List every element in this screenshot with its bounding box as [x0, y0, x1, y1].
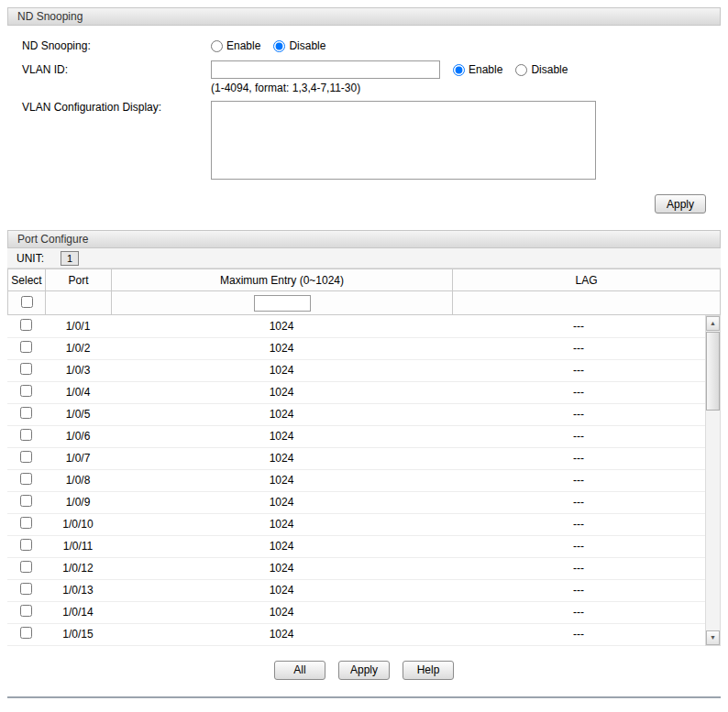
column-header-lag: LAG [453, 269, 721, 291]
nd-snooping-row: ND Snooping: Enable Disable [7, 37, 721, 55]
scrollbar-up-icon[interactable]: ▲ [706, 316, 720, 331]
lag-cell: --- [452, 381, 705, 403]
row-select-checkbox[interactable] [20, 319, 32, 331]
vlan-id-row: VLAN ID: Enable Disable [7, 60, 721, 79]
help-button[interactable]: Help [403, 661, 454, 680]
filter-row [8, 291, 721, 315]
max-entry-cell: 1024 [111, 601, 452, 623]
table-row: 1/0/2 1024 --- [7, 337, 705, 359]
lag-cell: --- [452, 535, 705, 557]
row-select-checkbox[interactable] [20, 539, 32, 551]
lag-cell: --- [452, 491, 705, 513]
table-row: 1/0/9 1024 --- [7, 491, 705, 513]
table-row: 1/0/6 1024 --- [7, 425, 705, 447]
port-configure-section-header: Port Configure [7, 230, 721, 248]
port-table-body-wrap: 1/0/1 1024 --- 1/0/2 1024 --- 1/0/3 1024… [7, 315, 721, 646]
max-entry-filter-input[interactable] [254, 295, 311, 312]
row-select-checkbox[interactable] [20, 583, 32, 595]
filter-lag-cell [453, 291, 721, 315]
vlan-config-display-row: VLAN Configuration Display: [7, 101, 721, 180]
lag-cell: --- [452, 425, 705, 447]
table-row: 1/0/12 1024 --- [7, 557, 705, 579]
row-select-checkbox[interactable] [20, 385, 32, 397]
page: ND Snooping ND Snooping: Enable Disable … [0, 0, 728, 706]
row-select-checkbox[interactable] [20, 473, 32, 485]
vlan-id-enable-label: Enable [469, 63, 502, 76]
row-select-checkbox[interactable] [20, 407, 32, 419]
max-entry-cell: 1024 [111, 425, 452, 447]
nd-snooping-enable-label: Enable [226, 39, 260, 52]
all-button[interactable]: All [274, 661, 325, 680]
port-cell: 1/0/9 [45, 491, 111, 513]
row-select-checkbox[interactable] [20, 451, 32, 463]
row-select-checkbox[interactable] [20, 605, 32, 617]
max-entry-cell: 1024 [111, 403, 452, 425]
row-select-checkbox[interactable] [20, 495, 32, 507]
vlan-id-input[interactable] [211, 60, 440, 79]
lag-cell: --- [452, 359, 705, 381]
max-entry-cell: 1024 [111, 513, 452, 535]
table-row: 1/0/7 1024 --- [7, 447, 705, 469]
port-cell: 1/0/10 [45, 513, 111, 535]
table-row: 1/0/5 1024 --- [7, 403, 705, 425]
port-cell: 1/0/13 [45, 579, 111, 601]
row-select-checkbox[interactable] [20, 627, 32, 639]
nd-snooping-section-header: ND Snooping [7, 7, 721, 26]
row-select-checkbox[interactable] [20, 341, 32, 353]
max-entry-cell: 1024 [111, 315, 452, 337]
apply-button-top[interactable]: Apply [655, 194, 706, 214]
table-row: 1/0/11 1024 --- [7, 535, 705, 557]
row-select-checkbox[interactable] [20, 363, 32, 375]
select-all-checkbox[interactable] [21, 296, 33, 308]
lag-cell: --- [452, 579, 705, 601]
unit-1-button[interactable]: 1 [61, 251, 79, 266]
lag-cell: --- [452, 403, 705, 425]
port-cell: 1/0/2 [45, 337, 111, 359]
port-cell: 1/0/14 [45, 601, 111, 623]
vlan-config-display-textarea[interactable] [211, 101, 596, 180]
lag-cell: --- [452, 623, 705, 645]
row-select-checkbox[interactable] [20, 517, 32, 529]
max-entry-cell: 1024 [111, 381, 452, 403]
table-row: 1/0/10 1024 --- [7, 513, 705, 535]
port-cell: 1/0/6 [45, 425, 111, 447]
max-entry-cell: 1024 [111, 557, 452, 579]
table-scrollbar[interactable]: ▲ ▼ [705, 315, 721, 646]
nd-snooping-apply-row: Apply [7, 194, 721, 214]
vlan-id-enable-radio[interactable] [453, 64, 465, 76]
port-table-header: Select Port Maximum Entry (0~1024) LAG [7, 268, 721, 315]
max-entry-cell: 1024 [111, 579, 452, 601]
port-cell: 1/0/12 [45, 557, 111, 579]
nd-snooping-disable-radio[interactable] [273, 40, 285, 52]
lag-cell: --- [452, 447, 705, 469]
nd-snooping-radio-group: Enable Disable [211, 39, 325, 52]
row-select-checkbox[interactable] [20, 429, 32, 441]
port-cell: 1/0/11 [45, 535, 111, 557]
max-entry-cell: 1024 [111, 359, 452, 381]
port-cell: 1/0/3 [45, 359, 111, 381]
port-cell: 1/0/1 [45, 315, 111, 337]
apply-button-bottom[interactable]: Apply [338, 661, 390, 680]
table-row: 1/0/13 1024 --- [7, 579, 705, 601]
scrollbar-down-icon[interactable]: ▼ [706, 630, 720, 645]
nd-snooping-enable-radio[interactable] [211, 40, 223, 52]
column-header-row: Select Port Maximum Entry (0~1024) LAG [8, 269, 721, 291]
nd-snooping-label: ND Snooping: [22, 39, 211, 52]
max-entry-cell: 1024 [111, 491, 452, 513]
lag-cell: --- [452, 315, 705, 337]
table-row: 1/0/3 1024 --- [7, 359, 705, 381]
filter-port-cell [46, 291, 112, 315]
column-header-max-entry: Maximum Entry (0~1024) [112, 269, 453, 291]
vlan-id-disable-radio[interactable] [515, 64, 527, 76]
bottom-divider [7, 696, 721, 698]
max-entry-cell: 1024 [111, 469, 452, 491]
port-cell: 1/0/8 [45, 469, 111, 491]
port-cell: 1/0/5 [45, 403, 111, 425]
lag-cell: --- [452, 557, 705, 579]
table-row: 1/0/1 1024 --- [7, 315, 705, 337]
port-cell: 1/0/4 [45, 381, 111, 403]
unit-row: UNIT: 1 [7, 248, 721, 268]
row-select-checkbox[interactable] [20, 561, 32, 573]
scrollbar-thumb[interactable] [706, 332, 720, 411]
lag-cell: --- [452, 601, 705, 623]
